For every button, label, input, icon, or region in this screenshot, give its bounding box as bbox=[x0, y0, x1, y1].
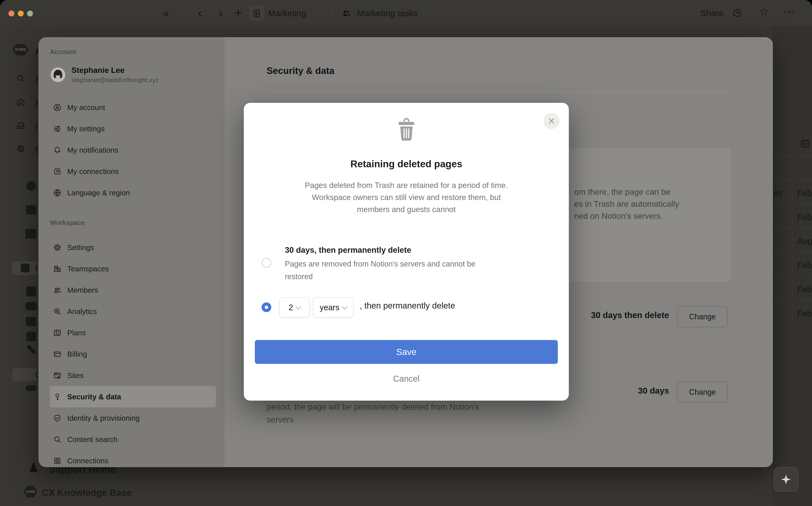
pot-plant-icon[interactable] bbox=[26, 286, 36, 297]
settings-nav-plans[interactable]: Plans bbox=[50, 322, 216, 343]
close-icon[interactable] bbox=[543, 113, 559, 129]
settings-nav-billing[interactable]: Billing bbox=[50, 343, 216, 365]
option-30-days-label[interactable]: 30 days, then permanently delete bbox=[285, 246, 411, 255]
settings-nav-language-region[interactable]: Language & region bbox=[50, 182, 216, 203]
traffic-close-button[interactable] bbox=[8, 11, 14, 16]
option-custom-suffix: , then permanently delete bbox=[360, 301, 455, 311]
nav-item-label: My settings bbox=[67, 124, 105, 133]
settings-nav-my-account[interactable]: My account bbox=[50, 97, 216, 118]
pawn-icon: ♟ bbox=[28, 460, 39, 475]
settings-nav-teamspaces[interactable]: Teamspaces bbox=[50, 258, 216, 279]
sidebar-item-highlight[interactable] bbox=[12, 368, 38, 382]
breadcrumb-separator: / bbox=[330, 8, 333, 18]
more-options-icon[interactable]: ⋯ bbox=[783, 4, 796, 19]
breadcrumb-page-icon[interactable] bbox=[249, 5, 264, 21]
favorite-star-icon[interactable]: ☆ bbox=[759, 5, 769, 18]
bridge-icon[interactable] bbox=[25, 302, 37, 311]
gear-icon[interactable] bbox=[16, 144, 25, 154]
crate-icon[interactable] bbox=[25, 229, 37, 239]
forward-icon[interactable]: › bbox=[219, 5, 223, 20]
people-icon bbox=[53, 286, 62, 294]
period-unit-value: years bbox=[320, 303, 339, 312]
traffic-zoom-button[interactable] bbox=[27, 11, 33, 16]
settings-nav-identity-provisioning[interactable]: Identity & provisioning bbox=[50, 407, 216, 429]
table-grid-line bbox=[772, 228, 812, 229]
mailbox-icon[interactable] bbox=[26, 332, 37, 341]
settings-sidebar: Account Stephanie Lee stephanie@toolsfor… bbox=[39, 37, 224, 467]
workspace-logo[interactable]: ACME bbox=[12, 44, 29, 55]
period-number-select[interactable]: 2 bbox=[279, 298, 310, 318]
option-30-days-description: Pages are removed from Notion's servers … bbox=[285, 258, 475, 283]
analytics-icon bbox=[53, 307, 62, 316]
period-unit-select[interactable]: years bbox=[313, 298, 353, 318]
new-page-icon[interactable]: + bbox=[234, 5, 242, 20]
cancel-button[interactable]: Cancel bbox=[244, 374, 569, 384]
traffic-minimize-button[interactable] bbox=[18, 11, 24, 16]
settings-nav-security-data[interactable]: Security & data bbox=[50, 386, 216, 407]
table-grid-line bbox=[772, 276, 812, 277]
table-cell-fragment: ez bbox=[773, 188, 783, 198]
table-grid-line bbox=[772, 300, 812, 301]
dialog-description: Pages deleted from Trash are retained fo… bbox=[244, 179, 569, 216]
building-icon bbox=[53, 264, 62, 273]
key-icon bbox=[53, 392, 62, 401]
radio-custom-period[interactable] bbox=[262, 303, 271, 312]
shield-check-icon bbox=[53, 414, 62, 423]
search-icon[interactable] bbox=[16, 74, 25, 84]
globe-icon bbox=[53, 188, 62, 197]
settings-nav-members[interactable]: Members bbox=[50, 279, 216, 301]
back-icon[interactable]: ‹ bbox=[198, 5, 202, 20]
avatar bbox=[50, 67, 66, 83]
share-button[interactable]: Share bbox=[700, 8, 724, 18]
settings-nav-connections[interactable]: Connections bbox=[50, 450, 216, 467]
history-clock-icon[interactable] bbox=[732, 8, 742, 18]
sliders-icon bbox=[53, 124, 62, 133]
dialog-description-line: members and guests cannot bbox=[244, 203, 569, 216]
option-description-line: restored bbox=[285, 270, 475, 283]
home-icon[interactable] bbox=[16, 97, 25, 108]
nav-item-label: Content search bbox=[67, 435, 117, 444]
bell-icon bbox=[53, 146, 62, 155]
workspace-section-label: Workspace bbox=[50, 219, 224, 227]
sidebar-collapse-icon[interactable]: « bbox=[163, 6, 169, 19]
change-retention-button[interactable]: Change bbox=[677, 306, 728, 327]
table-cell-fragment: Feb bbox=[797, 285, 812, 294]
plant-icon bbox=[21, 264, 29, 272]
screwdriver-icon[interactable] bbox=[26, 344, 37, 355]
box-icon[interactable] bbox=[26, 205, 37, 215]
cap-icon[interactable] bbox=[26, 385, 37, 391]
settings-nav-sites[interactable]: Sites bbox=[50, 365, 216, 386]
setting-description-fragment: period, the page will be permanently del… bbox=[267, 402, 479, 412]
breadcrumb-page1[interactable]: Marketing bbox=[268, 8, 306, 18]
save-button[interactable]: Save bbox=[255, 340, 558, 364]
settings-nav-content-search[interactable]: Content search bbox=[50, 429, 216, 450]
radio-30-days[interactable] bbox=[262, 258, 271, 268]
nav-item-label: My account bbox=[67, 103, 105, 112]
nav-item-label: Billing bbox=[67, 350, 87, 358]
card-icon bbox=[53, 350, 62, 359]
nav-item-label: Language & region bbox=[67, 189, 130, 197]
table-cell-fragment: Feb bbox=[797, 188, 812, 198]
marketing-tasks-icon bbox=[341, 8, 352, 19]
change-trash-button[interactable]: Change bbox=[677, 382, 728, 403]
dialog-description-line: Workspace owners can still view and rest… bbox=[244, 191, 569, 203]
settings-nav-settings[interactable]: Settings bbox=[50, 237, 216, 258]
ai-sparkle-button[interactable] bbox=[774, 467, 798, 492]
profile-name: Stephanie Lee bbox=[71, 66, 158, 75]
breadcrumb-page2[interactable]: Marketing tasks bbox=[357, 8, 418, 18]
retention-setting-value: 30 days then delete bbox=[591, 311, 669, 320]
inbox-icon[interactable] bbox=[16, 120, 25, 131]
eight-ball-icon[interactable] bbox=[26, 181, 36, 191]
settings-nav-my-settings[interactable]: My settings bbox=[50, 118, 216, 139]
nav-item-label: Settings bbox=[67, 243, 94, 252]
table-grid-line bbox=[772, 156, 812, 156]
settings-nav-my-connections[interactable]: My connections bbox=[50, 161, 216, 182]
sidebar-item-cx-knowledge-base[interactable]: CX Knowledge Base bbox=[42, 487, 132, 498]
card-box-icon[interactable] bbox=[26, 317, 37, 326]
settings-nav-my-notifications[interactable]: My notifications bbox=[50, 139, 216, 161]
dialog-description-line: Pages deleted from Trash are retained fo… bbox=[244, 179, 569, 191]
nav-item-label: Plans bbox=[67, 329, 86, 337]
topbar-divider bbox=[183, 0, 183, 26]
nav-item-label: Sites bbox=[67, 371, 84, 380]
settings-nav-analytics[interactable]: Analytics bbox=[50, 301, 216, 322]
